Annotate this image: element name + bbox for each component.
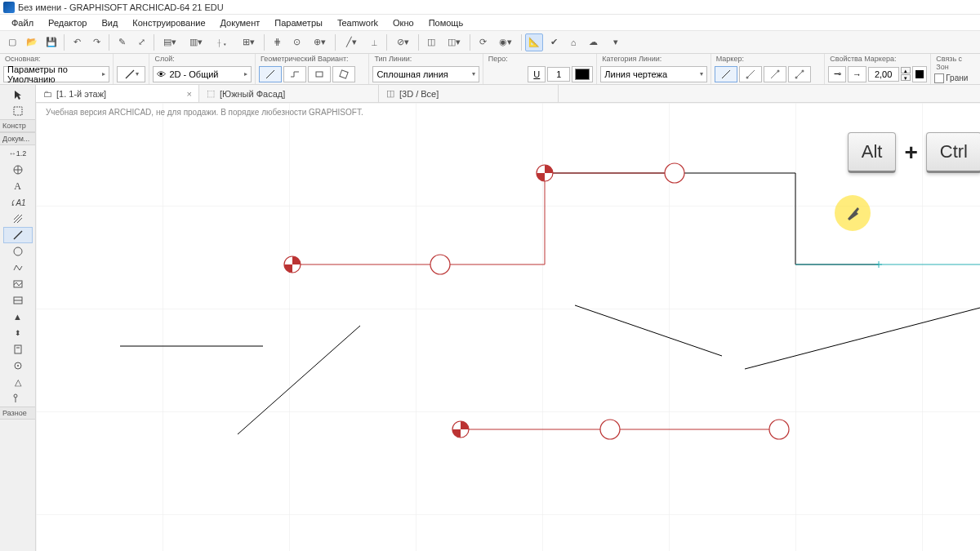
stepper-down-icon[interactable]: ▾ [901,74,911,81]
grid-tool[interactable] [3,390,33,407]
marquee-tool[interactable] [3,103,33,119]
redo-icon[interactable]: ↷ [87,33,105,51]
worksheet-tool[interactable] [3,341,33,358]
menu-construct[interactable]: Конструирование [126,16,212,29]
marker-none[interactable] [715,66,737,82]
menu-teamwork[interactable]: Teamwork [331,16,385,29]
linecat-dropdown[interactable]: Линия чертежа ▾ [600,66,706,82]
section-tool[interactable] [3,292,33,309]
scale-icon[interactable]: ⟊▾ [210,33,234,51]
polyline-tool[interactable] [3,260,33,276]
layer-icon[interactable]: ▤▾ [158,33,182,51]
tab-label: [3D / Все] [399,89,439,99]
node-handle[interactable] [430,255,450,274]
measure-icon[interactable]: 📐 [525,33,543,51]
arrow-tool[interactable] [3,87,33,103]
new-icon[interactable]: ▢ [3,33,21,51]
guide-icon[interactable]: ╱▾ [339,33,363,51]
pen-number-input[interactable] [547,67,570,82]
marker-type-pick[interactable]: ⊸ [828,66,846,82]
dimension-tool[interactable]: ↔1.2 [3,145,33,162]
uniform-pen-toggle[interactable]: U [528,66,546,82]
view-tabs: 🗀 [1. 1-й этаж] × ⬚ [Южный Фасад] ◫ [3D … [36,85,980,103]
save-icon[interactable]: 💾 [42,33,60,51]
label-tool[interactable]: ⤹A1 [3,194,33,211]
pick-icon[interactable]: ✎ [113,33,131,51]
node-handle[interactable] [769,420,789,439]
fill-tool[interactable] [3,211,33,227]
line-preview[interactable]: ▾ [117,66,145,82]
menu-file[interactable]: Файл [5,16,40,29]
home-icon[interactable]: ⌂ [564,33,582,51]
geom-rotrect[interactable] [332,66,355,82]
polyline[interactable] [545,173,879,264]
line-tool[interactable] [3,227,33,243]
display-icon[interactable]: ⊞▾ [236,33,261,51]
geom-single[interactable] [259,66,282,82]
layerset-icon[interactable]: ▥▾ [184,33,208,51]
menu-window[interactable]: Окно [386,16,421,29]
geom-rect[interactable] [308,66,331,82]
circle-tool[interactable] [3,243,33,260]
node-handle[interactable] [665,163,684,183]
drawing-tool[interactable] [3,276,33,292]
menu-help[interactable]: Помощь [422,16,470,29]
text-tool[interactable]: A [3,178,33,194]
node-endpoint[interactable] [452,421,469,438]
detail-tool[interactable] [3,358,33,374]
chevron-down-icon: ▾ [700,70,703,78]
drawing-canvas[interactable]: Учебная версия ARCHICAD, не для продажи.… [36,103,980,551]
marker-both[interactable] [788,66,811,82]
marker-size-input[interactable] [868,67,899,82]
menu-view[interactable]: Вид [95,16,124,29]
snapset-icon[interactable]: ⊕▾ [307,33,332,51]
svg-rect-21 [15,345,21,353]
open-icon[interactable]: 📂 [23,33,41,51]
line-segment[interactable] [575,305,722,356]
undo-icon[interactable]: ↶ [68,33,86,51]
tab-floorplan[interactable]: 🗀 [1. 1-й этаж] × [36,85,199,102]
group-document[interactable]: Докум... [0,132,35,145]
snap-icon[interactable]: ⊙ [287,33,305,51]
change-tool[interactable]: △ [3,374,33,390]
line-segment[interactable] [745,307,980,369]
linetype-dropdown[interactable]: Сплошная линия ▾ [372,66,479,82]
default-settings-dropdown[interactable]: Параметры по Умолчанию ▸ [3,66,109,82]
menu-params[interactable]: Параметры [268,16,329,29]
layer-dropdown[interactable]: 👁 2D - Общий ▸ [153,66,252,82]
eyedrop-icon[interactable]: ⤢ [132,33,150,51]
level-dim-tool[interactable] [3,162,33,178]
menu-editor[interactable]: Редактор [42,16,93,29]
marker-end[interactable] [764,66,786,82]
stepper-up-icon[interactable]: ▴ [901,67,911,73]
node-handle[interactable] [600,420,620,439]
close-icon[interactable]: × [187,89,192,99]
alt-key: Alt [848,132,897,173]
grid-icon[interactable]: ⋕ [268,33,286,51]
tab-elevation[interactable]: ⬚ [Южный Фасад] [199,85,379,102]
node-endpoint[interactable] [284,256,301,273]
group-misc[interactable]: Разное [0,407,35,420]
marker-pen[interactable] [912,66,928,82]
marker-arrow-pick[interactable]: → [848,66,866,82]
geom-chain[interactable] [283,66,306,82]
elevation-tool[interactable]: ▲ [3,309,33,325]
interior-elev-tool[interactable]: ⬍ [3,325,33,341]
cloudset-icon[interactable]: ▾ [604,33,628,51]
marker-start[interactable] [739,66,762,82]
group-construction[interactable]: Констр [0,119,35,132]
zone-boundary-checkbox[interactable] [934,73,944,83]
view3d-icon[interactable]: ◉▾ [493,33,518,51]
cloud-icon[interactable]: ☁ [584,33,602,51]
check-icon[interactable]: ✔ [545,33,563,51]
trace-icon[interactable]: ◫ [422,33,440,51]
suspend-icon[interactable]: ⊘▾ [390,33,415,51]
ruler-icon[interactable]: ⟂ [365,33,383,51]
node-endpoint[interactable] [537,165,553,181]
pen-color-picker[interactable] [572,66,593,82]
orbit-icon[interactable]: ⟳ [474,33,492,51]
tab-3d[interactable]: ◫ [3D / Все] [379,85,559,102]
line-segment[interactable] [238,326,360,434]
traceset-icon[interactable]: ◫▾ [442,33,466,51]
menu-document[interactable]: Документ [214,16,267,29]
